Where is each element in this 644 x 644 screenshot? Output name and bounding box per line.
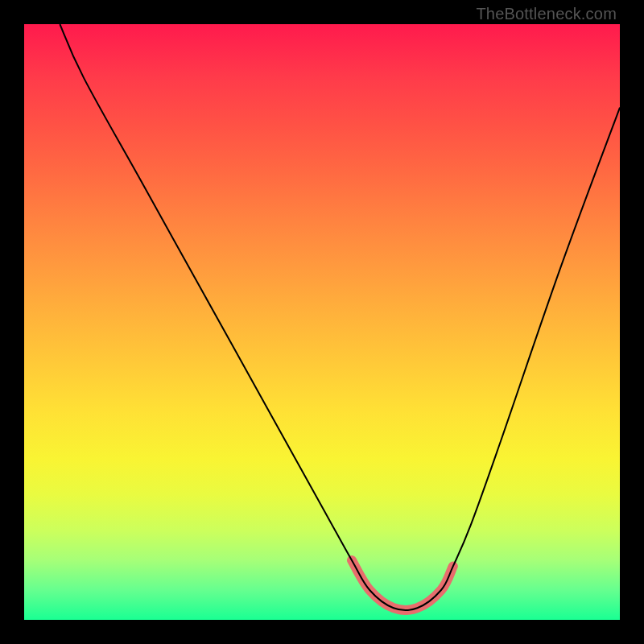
bottleneck-curve-line xyxy=(60,24,620,610)
chart-frame: TheBottleneck.com xyxy=(0,0,644,644)
curve-layer xyxy=(24,24,620,620)
plot-area xyxy=(24,24,620,620)
watermark-label: TheBottleneck.com xyxy=(476,5,617,23)
